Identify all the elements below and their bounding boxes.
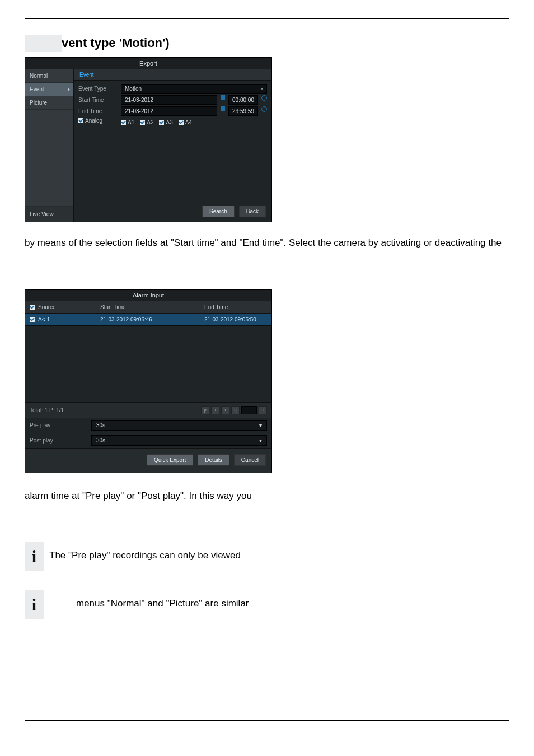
post-play-value: 30s	[96, 437, 105, 444]
chevron-down-icon: ▾	[259, 437, 262, 444]
pager-go-button[interactable]: →	[259, 406, 267, 414]
info-icon: i	[25, 590, 44, 619]
label-event-type: Event Type	[78, 86, 118, 92]
chevron-down-icon: ▾	[261, 86, 263, 91]
label-analog: Analog	[85, 118, 102, 124]
checkbox-row[interactable]	[30, 317, 35, 322]
sidebar-item-live-view[interactable]: Live View	[25, 206, 73, 222]
sidebar-item-normal[interactable]: Normal	[25, 69, 73, 83]
calendar-icon[interactable]	[221, 106, 225, 111]
pager-next[interactable]: ›	[221, 406, 229, 414]
cell-start-time: 21-03-2012 09:05:46	[96, 314, 200, 325]
info-note-2: i menus "Normal" and "Picture" are simil…	[25, 590, 509, 619]
checkbox-a2[interactable]: A2	[140, 119, 153, 125]
select-event-type-value: Motion	[125, 86, 142, 92]
checkbox-a3[interactable]: A3	[159, 119, 172, 125]
info-icon: i	[25, 542, 44, 571]
alarm-screenshot: Alarm Input Source Start Time End Time A…	[25, 289, 272, 473]
input-end-date[interactable]: 21-03-2012	[121, 106, 217, 116]
info-note-2-text: menus "Normal" and "Picture" are similar	[49, 590, 249, 609]
col-start-time: Start Time	[96, 301, 200, 313]
export-form: Event Type Motion ▾ Start Time 21-03-201…	[74, 81, 271, 132]
input-start-date[interactable]: 21-03-2012	[121, 95, 217, 105]
alarm-table-header: Source Start Time End Time	[25, 301, 271, 314]
info-note-1-text: The "Pre play" recordings can only be vi…	[49, 542, 241, 561]
bottom-rule	[25, 720, 509, 721]
alarm-window-title: Alarm Input	[25, 290, 271, 301]
alarm-total-text: Total: 1 P: 1/1	[30, 407, 64, 413]
tab-event[interactable]: Event	[74, 69, 100, 80]
clock-icon[interactable]	[261, 106, 267, 112]
label-end-time: End Time	[78, 108, 118, 114]
export-screenshot: Export Normal Event Picture Live View Ev…	[25, 57, 509, 222]
input-end-time[interactable]: 23:59:59	[228, 106, 258, 116]
export-sidebar: Normal Event Picture Live View	[25, 69, 74, 222]
pager-prev[interactable]: ‹	[211, 406, 219, 414]
label-post-play: Post-play	[30, 437, 91, 444]
body-text-1: by means of the selection fields at "Sta…	[25, 237, 509, 250]
checkbox-select-all[interactable]	[30, 305, 35, 310]
select-pre-play[interactable]: 30s ▾	[91, 420, 267, 431]
sidebar-item-event[interactable]: Event	[25, 83, 73, 96]
heading-grey-swatch	[25, 35, 62, 52]
body-text-2: alarm time at "Pre play" or "Post play".…	[25, 490, 509, 503]
pre-play-value: 30s	[96, 422, 105, 428]
chevron-down-icon: ▾	[259, 422, 262, 428]
search-button[interactable]: Search	[202, 206, 235, 217]
calendar-icon[interactable]	[221, 95, 225, 100]
cancel-button[interactable]: Cancel	[234, 454, 266, 466]
select-event-type[interactable]: Motion ▾	[121, 84, 267, 94]
pager-page-input[interactable]	[241, 406, 257, 414]
end-date-value: 21-03-2012	[125, 108, 153, 114]
details-button[interactable]: Details	[198, 454, 229, 466]
label-start-time: Start Time	[78, 97, 118, 103]
back-button[interactable]: Back	[239, 206, 266, 217]
cell-source: A<-1	[38, 316, 50, 323]
col-source: Source	[38, 304, 56, 310]
checkbox-analog-all[interactable]	[78, 118, 83, 123]
quick-export-button[interactable]: Quick Export	[147, 454, 193, 466]
heading-text: vent type 'Motion')	[62, 35, 170, 50]
sidebar-item-picture[interactable]: Picture	[25, 96, 73, 110]
start-time-value: 00:00:00	[232, 97, 254, 103]
clock-icon[interactable]	[261, 95, 267, 101]
export-window-title: Export	[25, 58, 271, 69]
alarm-table-row[interactable]: A<-1 21-03-2012 09:05:46 21-03-2012 09:0…	[25, 314, 271, 326]
pager: |‹ ‹ › ›| →	[201, 406, 267, 414]
end-time-value: 23:59:59	[232, 108, 254, 114]
pager-first[interactable]: |‹	[201, 406, 209, 414]
checkbox-a4[interactable]: A4	[179, 119, 192, 125]
select-post-play[interactable]: 30s ▾	[91, 435, 267, 446]
checkbox-a1[interactable]: A1	[121, 119, 134, 125]
label-pre-play: Pre-play	[30, 422, 91, 428]
cell-end-time: 21-03-2012 09:05:50	[200, 314, 271, 325]
pager-last[interactable]: ›|	[231, 406, 240, 414]
input-start-time[interactable]: 00:00:00	[228, 95, 258, 105]
heading-row: vent type 'Motion')	[25, 35, 509, 52]
alarm-table-empty	[25, 326, 271, 402]
export-tabrow: Event	[74, 69, 271, 81]
top-rule	[25, 18, 509, 19]
info-note-1: i The "Pre play" recordings can only be …	[25, 542, 509, 571]
col-end-time: End Time	[200, 301, 271, 313]
start-date-value: 21-03-2012	[125, 97, 153, 103]
